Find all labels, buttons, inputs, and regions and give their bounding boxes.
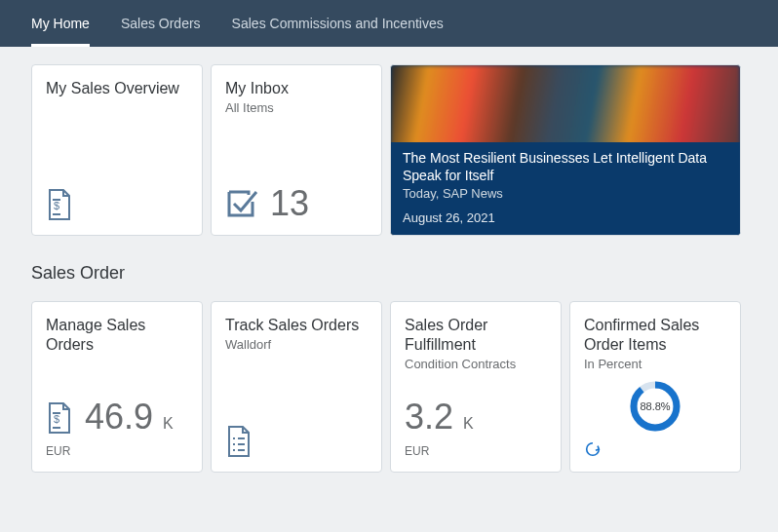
tile-my-sales-overview[interactable]: My Sales Overview $ [31, 64, 203, 236]
tile-subtitle: Condition Contracts [405, 357, 547, 371]
news-headline: The Most Resilient Businesses Let Intell… [403, 150, 728, 184]
svg-text:$: $ [54, 200, 59, 211]
top-nav: My Home Sales Orders Sales Commissions a… [0, 0, 778, 47]
tab-sales-orders[interactable]: Sales Orders [121, 0, 201, 47]
tile-title: Manage Sales Orders [46, 316, 188, 355]
tile-news[interactable]: The Most Resilient Businesses Let Intell… [390, 64, 741, 236]
donut-percent-label: 88.8% [628, 379, 682, 434]
tile-title: Sales Order Fulfillment [405, 316, 547, 355]
tile-my-inbox[interactable]: My Inbox All Items 13 [211, 64, 382, 236]
document-icon: $ [46, 188, 73, 221]
tile-track-sales-orders[interactable]: Track Sales Orders Walldorf [211, 301, 382, 473]
tile-title: My Sales Overview [46, 79, 188, 98]
kpi-currency: EUR [46, 444, 188, 458]
kpi-currency: EUR [405, 444, 547, 458]
tile-confirmed-sales-order-items[interactable]: Confirmed Sales Order Items In Percent 8… [569, 301, 741, 473]
kpi-value: 3.2 K [405, 399, 474, 435]
kpi-value: 46.9 K [85, 399, 174, 435]
kpi-unit: K [463, 415, 474, 432]
tile-title: My Inbox [225, 79, 368, 98]
kpi-number: 46.9 [85, 397, 153, 437]
tile-subtitle: In Percent [584, 357, 726, 371]
donut-chart: 88.8% [628, 379, 682, 434]
section-header-sales-order: Sales Order [31, 263, 747, 284]
tile-row-sales-order: Manage Sales Orders $ 46.9 [31, 301, 747, 473]
tile-title: Track Sales Orders [225, 316, 368, 335]
inbox-count: 13 [270, 186, 309, 221]
tile-row-top: My Sales Overview $ My Inbox All Ite [31, 64, 747, 236]
document-icon: $ [46, 401, 73, 435]
list-document-icon [225, 425, 253, 458]
refresh-icon[interactable] [584, 440, 602, 458]
tile-title: Confirmed Sales Order Items [584, 316, 726, 355]
tile-sales-order-fulfillment[interactable]: Sales Order Fulfillment Condition Contra… [390, 301, 562, 473]
tile-subtitle: All Items [225, 100, 368, 115]
kpi-number: 3.2 [405, 397, 453, 437]
svg-text:$: $ [54, 413, 59, 425]
news-date: August 26, 2021 [403, 210, 728, 225]
news-source: Today, SAP News [403, 186, 728, 201]
tab-sales-commissions[interactable]: Sales Commissions and Incentives [232, 0, 444, 47]
news-body: The Most Resilient Businesses Let Intell… [391, 142, 740, 235]
checkbox-check-icon [225, 188, 258, 221]
tile-subtitle: Walldorf [225, 337, 368, 352]
tab-my-home[interactable]: My Home [31, 0, 90, 47]
kpi-unit: K [163, 415, 174, 432]
tile-manage-sales-orders[interactable]: Manage Sales Orders $ 46.9 [31, 301, 203, 473]
